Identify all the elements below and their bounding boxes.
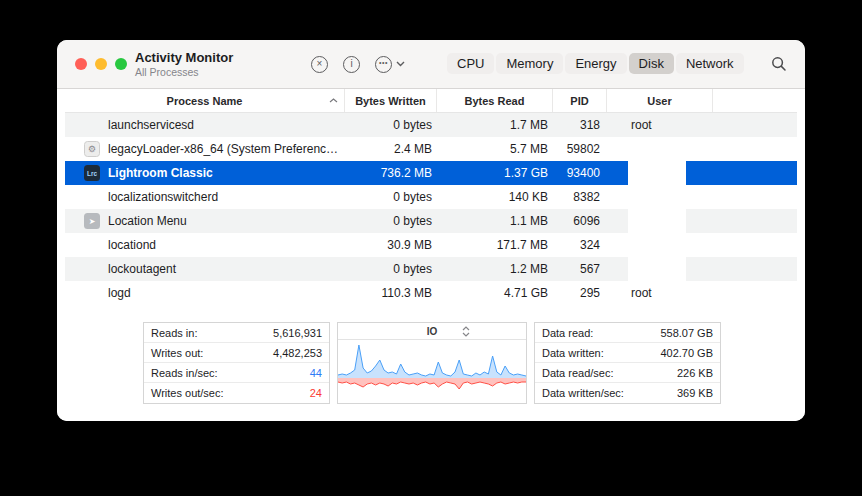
column-header-process-name[interactable]: Process Name — [65, 89, 345, 112]
process-name: legacyLoader-x86_64 (System Preferenc… — [108, 142, 338, 156]
chevron-down-icon — [396, 61, 405, 67]
data-volume-stats-box: Data read: 558.07 GB Data written: 402.7… — [534, 322, 721, 404]
view-segmented-control: CPUMemoryEnergyDiskNetwork — [447, 53, 744, 74]
quit-process-button[interactable]: × — [311, 56, 328, 73]
bytes-written-value: 0 bytes — [345, 190, 437, 204]
app-icon — [84, 237, 100, 253]
bytes-written-value: 0 bytes — [345, 262, 437, 276]
minimize-button[interactable] — [95, 58, 107, 70]
title-block: Activity Monitor All Processes — [135, 50, 233, 78]
stat-row: Reads in/sec: 44 — [144, 363, 329, 383]
stat-value: 558.07 GB — [660, 327, 713, 339]
pid-value: 295 — [553, 286, 607, 300]
user-value: root — [607, 118, 713, 132]
bytes-written-value: 0 bytes — [345, 118, 437, 132]
toolbar-buttons: × i ••• — [311, 40, 405, 88]
location-app-icon: ➤ — [84, 213, 100, 229]
disk-stats-footer: Reads in: 5,616,931 Writes out: 4,482,25… — [143, 322, 721, 404]
io-chart-box: IO — [337, 322, 527, 404]
stat-row: Data read: 558.07 GB — [535, 323, 720, 343]
stat-label: Reads in/sec: — [151, 367, 218, 379]
more-options-button[interactable]: ••• — [375, 56, 405, 73]
stat-label: Reads in: — [151, 327, 197, 339]
column-header-bytes-written[interactable]: Bytes Written — [345, 89, 437, 112]
stat-value: 4,482,253 — [273, 347, 322, 359]
io-sparkline-chart — [338, 340, 526, 403]
stat-row: Data read/sec: 226 KB — [535, 363, 720, 383]
user-column-overlay — [628, 137, 686, 281]
tab-energy[interactable]: Energy — [565, 53, 626, 74]
table-row[interactable]: ➤ Location Menu 0 bytes 1.1 MB 6096 — [65, 209, 797, 233]
chart-type-label: IO — [427, 326, 438, 337]
column-header-pid[interactable]: PID — [553, 89, 607, 112]
inspect-icon: i — [343, 56, 360, 73]
zoom-button[interactable] — [115, 58, 127, 70]
chart-type-stepper[interactable] — [462, 326, 470, 337]
column-header-bytes-read[interactable]: Bytes Read — [437, 89, 553, 112]
bytes-written-value: 30.9 MB — [345, 238, 437, 252]
bytes-read-value: 5.7 MB — [437, 142, 553, 156]
pid-value: 318 — [553, 118, 607, 132]
bytes-read-value: 171.7 MB — [437, 238, 553, 252]
stat-value: 226 KB — [677, 367, 713, 379]
quit-process-icon: × — [311, 56, 328, 73]
table-row[interactable]: launchservicesd 0 bytes 1.7 MB 318 root — [65, 113, 797, 137]
tab-network[interactable]: Network — [676, 53, 744, 74]
legacy-app-icon: ⚙ — [84, 141, 100, 157]
pid-value: 324 — [553, 238, 607, 252]
tab-cpu[interactable]: CPU — [447, 53, 494, 74]
table-row[interactable]: lockoutagent 0 bytes 1.2 MB 567 — [65, 257, 797, 281]
user-value: root — [607, 286, 713, 300]
stat-value: 5,616,931 — [273, 327, 322, 339]
table-row[interactable]: ⚙ legacyLoader-x86_64 (System Preferenc…… — [65, 137, 797, 161]
close-button[interactable] — [75, 58, 87, 70]
tab-disk[interactable]: Disk — [629, 53, 674, 74]
stat-value: 402.70 GB — [660, 347, 713, 359]
process-name: Location Menu — [108, 214, 187, 228]
bytes-read-value: 1.7 MB — [437, 118, 553, 132]
stat-label: Writes out/sec: — [151, 387, 224, 399]
pid-value: 6096 — [553, 214, 607, 228]
traffic-lights — [57, 58, 127, 70]
column-header-user[interactable]: User — [607, 89, 713, 112]
inspect-process-button[interactable]: i — [343, 56, 360, 73]
table-row[interactable]: logd 110.3 MB 4.71 GB 295 root — [65, 281, 797, 305]
lrc-app-icon: Lrc — [84, 165, 100, 181]
process-name: lockoutagent — [108, 262, 176, 276]
more-options-icon: ••• — [375, 56, 392, 73]
process-name: Lightroom Classic — [108, 166, 213, 180]
bytes-written-value: 0 bytes — [345, 214, 437, 228]
search-button[interactable] — [771, 56, 787, 75]
stat-value: 44 — [310, 367, 322, 379]
bytes-read-value: 1.2 MB — [437, 262, 553, 276]
chart-header: IO — [338, 323, 526, 340]
app-icon — [84, 189, 100, 205]
pid-value: 567 — [553, 262, 607, 276]
activity-monitor-window: Activity Monitor All Processes × i ••• C… — [57, 40, 805, 421]
window-title: Activity Monitor — [135, 50, 233, 65]
stat-value: 24 — [310, 387, 322, 399]
bytes-written-value: 2.4 MB — [345, 142, 437, 156]
pid-value: 8382 — [553, 190, 607, 204]
bytes-written-value: 110.3 MB — [345, 286, 437, 300]
table-row[interactable]: Lrc Lightroom Classic 736.2 MB 1.37 GB 9… — [65, 161, 797, 185]
stat-row: Writes out: 4,482,253 — [144, 343, 329, 363]
stat-row: Data written: 402.70 GB — [535, 343, 720, 363]
column-header-filler — [713, 89, 797, 112]
process-list: launchservicesd 0 bytes 1.7 MB 318 root … — [65, 113, 797, 305]
app-icon — [84, 285, 100, 301]
table-header: Process Name Bytes Written Bytes Read PI… — [65, 89, 797, 113]
stat-label: Data written: — [542, 347, 604, 359]
io-count-stats-box: Reads in: 5,616,931 Writes out: 4,482,25… — [143, 322, 330, 404]
pid-value: 59802 — [553, 142, 607, 156]
bytes-read-value: 4.71 GB — [437, 286, 553, 300]
process-name: localizationswitcherd — [108, 190, 218, 204]
tab-memory[interactable]: Memory — [496, 53, 563, 74]
bytes-read-value: 1.1 MB — [437, 214, 553, 228]
stat-label: Writes out: — [151, 347, 203, 359]
table-row[interactable]: localizationswitcherd 0 bytes 140 KB 838… — [65, 185, 797, 209]
table-row[interactable]: locationd 30.9 MB 171.7 MB 324 — [65, 233, 797, 257]
window-subtitle: All Processes — [135, 66, 233, 78]
app-icon — [84, 117, 100, 133]
process-name: launchservicesd — [108, 118, 194, 132]
